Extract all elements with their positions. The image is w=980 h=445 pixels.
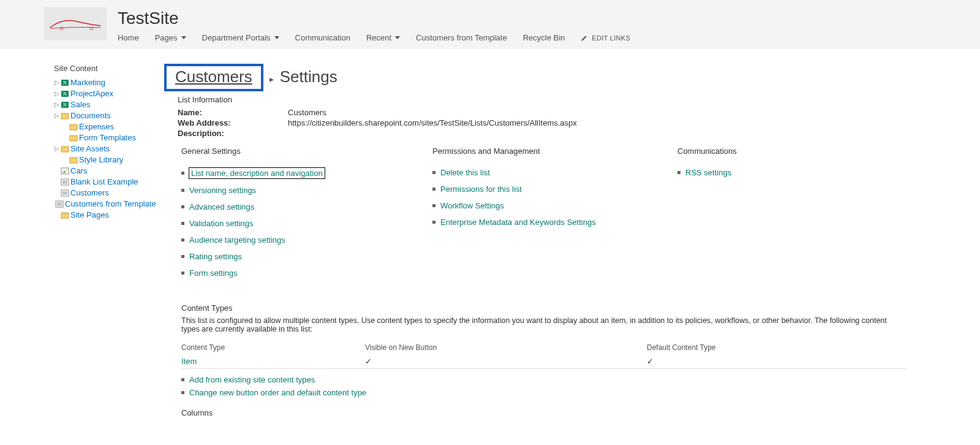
setting-link[interactable]: Permissions for this list [440,184,522,194]
nav-label: Pages [155,33,178,42]
setting-item: Rating settings [181,252,432,261]
bullet-icon [181,189,184,192]
nav-communication[interactable]: Communication [295,33,350,42]
list-icon [61,178,69,186]
nav-recent[interactable]: Recent [366,33,400,42]
bullet-icon [181,272,184,275]
sidebar-item-label: Customers from Template [65,199,156,208]
setting-link[interactable]: Delete this list [440,168,490,177]
sidebar-item-site-pages[interactable]: Site Pages [54,210,152,219]
sidebar-item-sales[interactable]: ▷NSales [54,100,152,109]
sidebar-item-projectapex[interactable]: ▷NProjectApex [54,89,152,98]
car-logo-icon [48,12,103,36]
nav-label: Recent [366,33,391,42]
sidebar-item-label: Form Templates [79,133,136,142]
setting-item: Permissions for this list [432,184,677,194]
list-info-block: Name: Customers Web Address: https://cit… [178,108,907,138]
nav-recycle-bin[interactable]: Recycle Bin [523,33,565,42]
setting-link[interactable]: Versioning settings [189,186,256,195]
nav-label: Recycle Bin [523,33,565,42]
sidebar-item-marketing[interactable]: ▷NMarketing [54,78,152,87]
web-address-label: Web Address: [178,118,288,127]
web-address-value[interactable]: https://citizenbuilders.sharepoint.com/s… [288,118,577,127]
setting-link[interactable]: Advanced settings [189,202,254,211]
bullet-icon [432,188,435,191]
svg-rect-11 [70,124,77,126]
tree-caret-icon: ▷ [54,101,59,108]
setting-link[interactable]: Change new button order and default cont… [189,388,366,397]
nav-label: Communication [295,33,350,42]
sidebar-item-label: Style Library [79,155,123,164]
sidebar-item-label: Expenses [79,122,114,131]
sidebar-item-documents[interactable]: ▷Documents [54,111,152,120]
name-value: Customers [288,108,326,117]
library-icon [61,112,69,120]
check-icon: ✓ [365,354,647,369]
svg-text:N: N [63,102,67,108]
setting-item: RSS settings [677,168,907,177]
tree-caret-icon: ▷ [54,112,59,119]
sidebar-item-expenses[interactable]: Expenses [62,122,152,131]
setting-item: Change new button order and default cont… [181,388,907,397]
nav-home[interactable]: Home [118,33,139,42]
sidebar-item-form-templates[interactable]: Form Templates [62,133,152,142]
sidebar-item-blank-list-example[interactable]: Blank List Example [54,177,152,186]
content-types-description: This list is configured to allow multipl… [181,316,907,333]
setting-link[interactable]: RSS settings [685,168,731,177]
svg-rect-17 [70,158,77,159]
name-label: Name: [178,108,288,117]
library-icon [69,156,78,164]
site-title[interactable]: TestSite [118,9,630,28]
site-logo[interactable] [44,7,107,40]
sidebar-item-label: Sales [70,100,91,109]
setting-item: List name, description and navigation [181,168,432,178]
list-information-heading: List Information [178,95,907,104]
list-icon [61,189,69,197]
nav-label: Department Portals [202,33,271,42]
columns-heading: Columns [181,408,907,417]
communications-heading: Communications [677,146,907,156]
breadcrumb-parent-link[interactable]: Customers [175,67,252,86]
setting-link[interactable]: Add from existing site content types [189,375,315,384]
setting-link[interactable]: Workflow Settings [440,201,504,210]
setting-link[interactable]: Form settings [189,268,238,278]
general-settings-heading: General Settings [181,146,432,156]
nav-pages[interactable]: Pages [155,33,186,42]
sidebar-item-site-assets[interactable]: ▷Site Assets [54,144,152,153]
setting-link[interactable]: Rating settings [189,252,242,261]
chevron-down-icon [274,36,279,39]
sidebar-item-label: Marketing [70,78,105,87]
breadcrumb-current: Settings [280,67,337,86]
edit-links-label: EDIT LINKS [592,34,630,42]
content-type-links: Add from existing site content typesChan… [181,375,907,397]
nav-department-portals[interactable]: Department Portals [202,33,279,42]
setting-link[interactable]: Enterprise Metadata and Keywords Setting… [440,218,596,227]
library-icon [69,123,78,131]
setting-link[interactable]: List name, description and navigation [189,168,325,178]
setting-item: Versioning settings [181,186,432,195]
sidebar-item-style-library[interactable]: Style Library [62,155,152,164]
setting-link[interactable]: Validation settings [189,219,254,228]
content-types-heading: Content Types [181,303,907,313]
svg-rect-18 [61,168,69,174]
svg-text:N: N [63,80,67,86]
edit-links-button[interactable]: EDIT LINKS [581,34,630,42]
nav-customers-from-template[interactable]: Customers from Template [416,33,507,42]
library-icon [61,211,69,219]
setting-link[interactable]: Audience targeting settings [189,235,285,245]
setting-item: Advanced settings [181,202,432,211]
content-type-item-link[interactable]: Item [181,354,365,369]
sidebar-item-customers-from-template[interactable]: Customers from Template [54,199,152,208]
chevron-down-icon [181,36,186,39]
svg-rect-9 [61,113,69,115]
onenote-icon: N [61,78,69,87]
sidebar-item-cars[interactable]: Cars [54,166,152,175]
ct-col-type: Content Type [181,341,365,354]
sidebar-item-customers[interactable]: Customers [54,188,152,197]
tree-caret-icon: ▷ [54,79,59,86]
tree-caret-icon: ▷ [54,145,59,152]
bullet-icon [432,171,435,174]
ct-col-default: Default Content Type [647,341,907,354]
bullet-icon [181,238,184,242]
sidebar-item-label: Documents [70,111,111,120]
